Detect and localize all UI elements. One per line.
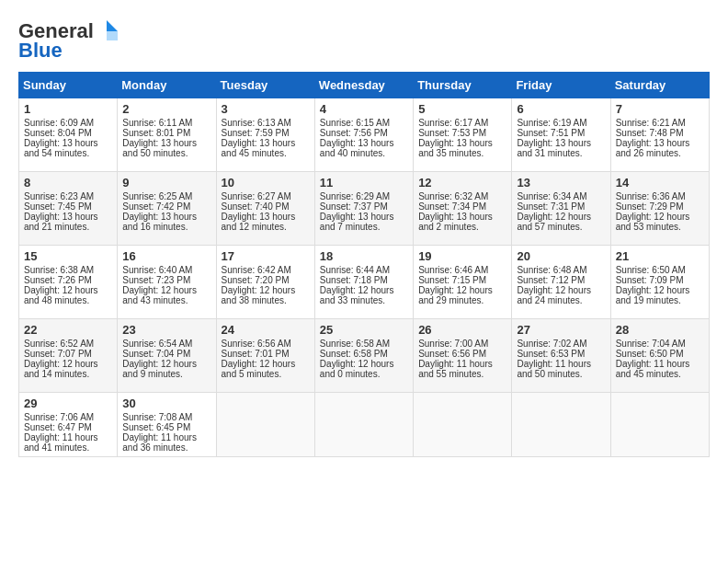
daylight-label: Daylight: 12 hours and 57 minutes. xyxy=(517,212,591,232)
daylight-label: Daylight: 12 hours and 29 minutes. xyxy=(418,285,493,305)
day-header-monday: Monday xyxy=(118,73,216,98)
calendar-cell: 10 Sunrise: 6:27 AM Sunset: 7:40 PM Dayl… xyxy=(216,172,314,246)
sunset-label: Sunset: 8:04 PM xyxy=(24,128,92,138)
day-number: 19 xyxy=(418,249,506,263)
calendar-cell: 24 Sunrise: 6:56 AM Sunset: 7:01 PM Dayl… xyxy=(216,319,314,393)
daylight-label: Daylight: 12 hours and 33 minutes. xyxy=(320,285,394,305)
calendar-cell: 18 Sunrise: 6:44 AM Sunset: 7:18 PM Dayl… xyxy=(314,246,413,319)
sunset-label: Sunset: 6:58 PM xyxy=(320,349,388,359)
calendar-cell: 26 Sunrise: 7:00 AM Sunset: 6:56 PM Dayl… xyxy=(414,319,512,393)
daylight-label: Daylight: 13 hours and 45 minutes. xyxy=(222,138,296,158)
day-number: 26 xyxy=(418,323,506,337)
daylight-label: Daylight: 12 hours and 19 minutes. xyxy=(616,285,690,305)
calendar-cell: 25 Sunrise: 6:58 AM Sunset: 6:58 PM Dayl… xyxy=(314,319,413,393)
sunset-label: Sunset: 7:40 PM xyxy=(222,201,290,212)
day-header-wednesday: Wednesday xyxy=(314,73,413,98)
sunrise-label: Sunrise: 6:56 AM xyxy=(222,339,291,349)
calendar-cell: 2 Sunrise: 6:11 AM Sunset: 8:01 PM Dayli… xyxy=(118,98,216,172)
day-number: 15 xyxy=(24,249,112,263)
day-header-saturday: Saturday xyxy=(610,73,709,98)
daylight-label: Daylight: 13 hours and 12 minutes. xyxy=(222,212,296,232)
sunset-label: Sunset: 7:12 PM xyxy=(517,275,585,285)
day-header-friday: Friday xyxy=(512,73,610,98)
sunset-label: Sunset: 8:01 PM xyxy=(122,128,190,138)
sunset-label: Sunset: 7:42 PM xyxy=(122,201,190,212)
sunrise-label: Sunrise: 6:52 AM xyxy=(24,339,94,349)
calendar-cell: 17 Sunrise: 6:42 AM Sunset: 7:20 PM Dayl… xyxy=(216,246,314,319)
sunrise-label: Sunrise: 6:36 AM xyxy=(616,191,686,201)
logo-bird-icon xyxy=(94,18,119,44)
svg-marker-0 xyxy=(107,20,118,31)
day-number: 24 xyxy=(222,323,310,337)
sunset-label: Sunset: 7:31 PM xyxy=(517,201,585,212)
day-number: 28 xyxy=(616,323,704,337)
sunrise-label: Sunrise: 6:17 AM xyxy=(418,118,488,128)
sunset-label: Sunset: 7:23 PM xyxy=(122,275,190,285)
day-number: 3 xyxy=(222,102,310,116)
sunrise-label: Sunrise: 6:13 AM xyxy=(222,118,291,128)
sunset-label: Sunset: 7:15 PM xyxy=(418,275,486,285)
daylight-label: Daylight: 11 hours and 55 minutes. xyxy=(418,359,493,379)
day-number: 23 xyxy=(122,323,210,337)
calendar-cell: 12 Sunrise: 6:32 AM Sunset: 7:34 PM Dayl… xyxy=(414,172,512,246)
daylight-label: Daylight: 13 hours and 40 minutes. xyxy=(320,138,394,158)
sunset-label: Sunset: 7:56 PM xyxy=(320,128,388,138)
daylight-label: Daylight: 13 hours and 26 minutes. xyxy=(616,138,690,158)
sunrise-label: Sunrise: 6:15 AM xyxy=(320,118,390,128)
daylight-label: Daylight: 12 hours and 48 minutes. xyxy=(24,285,98,305)
day-number: 6 xyxy=(517,102,605,116)
sunset-label: Sunset: 7:51 PM xyxy=(517,128,585,138)
sunrise-label: Sunrise: 6:27 AM xyxy=(222,191,291,201)
day-header-sunday: Sunday xyxy=(19,73,118,98)
sunset-label: Sunset: 7:48 PM xyxy=(616,128,684,138)
calendar-cell: 16 Sunrise: 6:40 AM Sunset: 7:23 PM Dayl… xyxy=(118,246,216,319)
sunrise-label: Sunrise: 7:08 AM xyxy=(122,412,192,422)
calendar-cell: 9 Sunrise: 6:25 AM Sunset: 7:42 PM Dayli… xyxy=(118,172,216,246)
daylight-label: Daylight: 12 hours and 5 minutes. xyxy=(222,359,296,379)
day-header-thursday: Thursday xyxy=(414,73,512,98)
calendar-cell: 29 Sunrise: 7:06 AM Sunset: 6:47 PM Dayl… xyxy=(19,393,118,457)
daylight-label: Daylight: 12 hours and 9 minutes. xyxy=(122,359,197,379)
calendar-cell: 6 Sunrise: 6:19 AM Sunset: 7:51 PM Dayli… xyxy=(512,98,610,172)
sunset-label: Sunset: 7:09 PM xyxy=(616,275,684,285)
calendar-cell: 7 Sunrise: 6:21 AM Sunset: 7:48 PM Dayli… xyxy=(610,98,709,172)
calendar-cell: 8 Sunrise: 6:23 AM Sunset: 7:45 PM Dayli… xyxy=(19,172,118,246)
daylight-label: Daylight: 13 hours and 35 minutes. xyxy=(418,138,493,158)
day-number: 5 xyxy=(418,102,506,116)
sunset-label: Sunset: 7:59 PM xyxy=(222,128,290,138)
sunrise-label: Sunrise: 6:48 AM xyxy=(517,265,586,275)
sunrise-label: Sunrise: 6:46 AM xyxy=(418,265,488,275)
sunset-label: Sunset: 7:37 PM xyxy=(320,201,388,212)
page-header: General Blue xyxy=(18,18,710,63)
sunset-label: Sunset: 6:50 PM xyxy=(616,349,684,359)
daylight-label: Daylight: 13 hours and 54 minutes. xyxy=(24,138,98,158)
daylight-label: Daylight: 13 hours and 7 minutes. xyxy=(320,212,394,232)
daylight-label: Daylight: 11 hours and 50 minutes. xyxy=(517,359,591,379)
daylight-label: Daylight: 12 hours and 43 minutes. xyxy=(122,285,197,305)
day-number: 12 xyxy=(418,176,506,190)
day-number: 2 xyxy=(122,102,210,116)
day-number: 17 xyxy=(222,249,310,263)
calendar-cell xyxy=(512,393,610,457)
sunset-label: Sunset: 7:01 PM xyxy=(222,349,290,359)
calendar-cell: 27 Sunrise: 7:02 AM Sunset: 6:53 PM Dayl… xyxy=(512,319,610,393)
day-number: 18 xyxy=(320,249,408,263)
daylight-label: Daylight: 12 hours and 53 minutes. xyxy=(616,212,690,232)
calendar-cell xyxy=(216,393,314,457)
calendar-cell: 13 Sunrise: 6:34 AM Sunset: 7:31 PM Dayl… xyxy=(512,172,610,246)
day-number: 22 xyxy=(24,323,112,337)
calendar-cell xyxy=(414,393,512,457)
calendar-table: SundayMondayTuesdayWednesdayThursdayFrid… xyxy=(18,72,710,457)
sunrise-label: Sunrise: 6:44 AM xyxy=(320,265,390,275)
sunset-label: Sunset: 7:34 PM xyxy=(418,201,486,212)
day-number: 21 xyxy=(616,249,704,263)
day-number: 11 xyxy=(320,176,408,190)
sunset-label: Sunset: 7:20 PM xyxy=(222,275,290,285)
calendar-cell xyxy=(610,393,709,457)
daylight-label: Daylight: 13 hours and 16 minutes. xyxy=(122,212,197,232)
day-number: 8 xyxy=(24,176,112,190)
calendar-cell: 11 Sunrise: 6:29 AM Sunset: 7:37 PM Dayl… xyxy=(314,172,413,246)
sunrise-label: Sunrise: 6:42 AM xyxy=(222,265,291,275)
calendar-cell: 28 Sunrise: 7:04 AM Sunset: 6:50 PM Dayl… xyxy=(610,319,709,393)
logo-blue: Blue xyxy=(18,39,63,63)
